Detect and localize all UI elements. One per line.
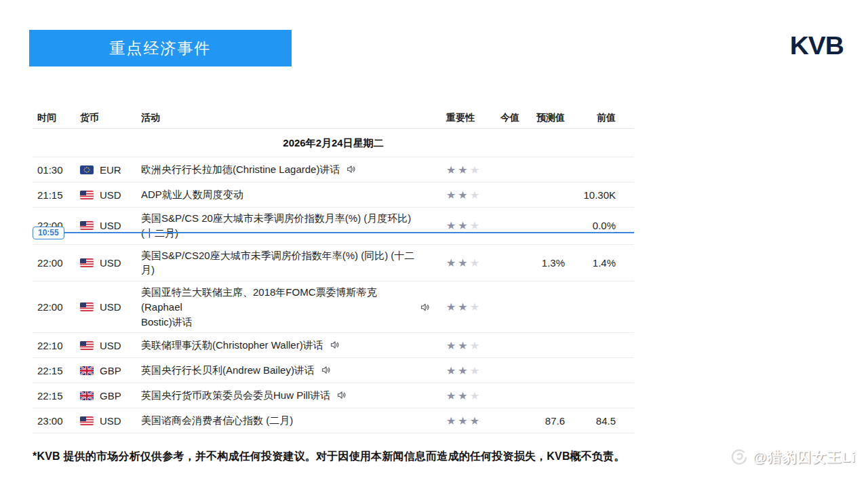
- star-icon: ★: [458, 365, 469, 376]
- star-icon: ★: [458, 301, 469, 313]
- us-flag-icon: [80, 416, 94, 425]
- importance-stars: ★★★: [439, 389, 500, 402]
- speaker-icon[interactable]: [330, 340, 340, 350]
- table-header-row: 时间 货币 活动 重要性 今值 预测值 前值: [33, 107, 634, 129]
- star-icon: ★: [446, 220, 458, 231]
- gb-flag-icon: [80, 366, 94, 375]
- currency-cell: EUR: [80, 164, 141, 176]
- currency-cell: USD: [80, 257, 141, 269]
- table-row: 22:15GBP英国央行行长贝利(Andrew Bailey)讲话★★★: [33, 358, 634, 383]
- previous-value: 84.5: [565, 415, 616, 427]
- table-row: 01:30EUR欧洲央行行长拉加德(Christine Lagarde)讲话★★…: [33, 157, 634, 182]
- watermark-logo-icon: [730, 448, 748, 467]
- currency-code: GBP: [100, 390, 121, 402]
- star-icon: ★: [458, 164, 469, 176]
- currency-cell: USD: [80, 340, 141, 351]
- watermark: @猎豹囚女王Li: [730, 448, 856, 467]
- currency-code: USD: [100, 340, 121, 351]
- currency-cell: USD: [80, 189, 141, 201]
- column-header-currency: 货币: [80, 112, 141, 124]
- event-name: ADP就业人数周度变动: [141, 187, 439, 202]
- event-time: 22:15: [33, 390, 80, 402]
- table-body: 01:30EUR欧洲央行行长拉加德(Christine Lagarde)讲话★★…: [33, 157, 634, 433]
- importance-stars: ★★★: [439, 364, 500, 377]
- previous-value: 10.30K: [565, 189, 616, 201]
- us-flag-icon: [80, 191, 94, 199]
- us-flag-icon: [80, 258, 94, 267]
- importance-stars: ★★★: [439, 189, 500, 201]
- column-header-importance: 重要性: [439, 112, 500, 124]
- currency-cell: USD: [80, 415, 141, 427]
- event-time: 22:00: [33, 257, 80, 269]
- currency-cell: GBP: [80, 365, 141, 376]
- star-icon: ★: [470, 415, 481, 427]
- us-flag-icon: [80, 221, 94, 230]
- currency-code: EUR: [100, 164, 121, 176]
- importance-stars: ★★★: [439, 163, 500, 176]
- currency-cell: USD: [80, 301, 141, 313]
- table-row: 22:00USD美国S&P/CS20座大城市未季调房价指数年率(%) (同比) …: [33, 245, 634, 282]
- event-name: 美国S&P/CS20座大城市未季调房价指数年率(%) (同比) (十二月): [141, 248, 439, 278]
- event-name: 美联储理事沃勒(Christopher Waller)讲话: [141, 338, 439, 353]
- economic-calendar-table: 时间 货币 活动 重要性 今值 预测值 前值 2026年2月24日星期二 01:…: [33, 107, 634, 433]
- star-icon: ★: [458, 415, 469, 427]
- event-name: 美国谘商会消费者信心指数 (二月): [141, 413, 439, 428]
- forecast-value: 87.6: [519, 415, 565, 427]
- star-icon: ★: [470, 301, 481, 313]
- star-icon: ★: [446, 164, 458, 176]
- column-header-forecast: 预测值: [519, 112, 565, 124]
- disclaimer-text: *KVB 提供的市场分析仅供参考，并不构成任何投资建议。对于因使用本新闻信息而造…: [33, 450, 625, 464]
- speaker-icon[interactable]: [336, 390, 347, 400]
- column-header-previous: 前值: [565, 112, 616, 124]
- star-icon: ★: [458, 257, 469, 269]
- star-icon: ★: [458, 220, 469, 231]
- star-icon: ★: [470, 257, 481, 269]
- star-icon: ★: [446, 257, 458, 269]
- star-icon: ★: [446, 301, 458, 313]
- column-header-actual: 今值: [500, 112, 519, 124]
- star-icon: ★: [470, 164, 481, 176]
- event-time: 23:00: [33, 415, 80, 427]
- event-name: 英国央行行长贝利(Andrew Bailey)讲话: [141, 363, 439, 378]
- event-time: 22:00: [33, 301, 80, 313]
- forecast-value: 1.3%: [519, 257, 565, 269]
- importance-stars: ★★★: [439, 414, 500, 427]
- star-icon: ★: [446, 340, 458, 351]
- currency-cell: USD: [80, 220, 141, 231]
- star-icon: ★: [470, 189, 481, 201]
- column-header-time: 时间: [33, 112, 80, 124]
- currency-cell: GBP: [80, 390, 141, 402]
- star-icon: ★: [458, 189, 469, 201]
- table-row: 22:00USD美国S&P/CS 20座大城市未季调房价指数月率(%) (月度环…: [33, 208, 634, 245]
- currency-code: USD: [100, 301, 121, 313]
- event-time: 01:30: [33, 164, 80, 176]
- previous-value: 0.0%: [565, 220, 616, 231]
- speaker-icon[interactable]: [346, 164, 356, 174]
- kvb-logo: KVB: [790, 32, 844, 60]
- watermark-handle: @猎豹囚女王Li: [753, 448, 856, 467]
- table-row: 22:15GBP英国央行货币政策委员会委员Huw Pill讲话★★★: [33, 383, 634, 408]
- table-row: 22:10USD美联储理事沃勒(Christopher Waller)讲话★★★: [33, 333, 634, 358]
- eu-flag-icon: [80, 165, 94, 174]
- event-time: 21:15: [33, 189, 80, 201]
- star-icon: ★: [446, 189, 458, 201]
- previous-value: 1.4%: [565, 257, 616, 269]
- page-title: 重点经济事件: [110, 38, 212, 59]
- currency-code: USD: [100, 220, 121, 231]
- event-name: 英国央行货币政策委员会委员Huw Pill讲话: [141, 388, 439, 403]
- star-icon: ★: [446, 365, 458, 376]
- star-icon: ★: [470, 365, 481, 376]
- speaker-icon[interactable]: [420, 302, 430, 312]
- event-name: 欧洲央行行长拉加德(Christine Lagarde)讲话: [141, 162, 439, 177]
- star-icon: ★: [470, 340, 481, 351]
- currency-code: USD: [100, 257, 121, 269]
- currency-code: USD: [100, 189, 121, 201]
- table-row: 21:15USDADP就业人数周度变动★★★10.30K: [33, 182, 634, 208]
- importance-stars: ★★★: [439, 256, 500, 269]
- gb-flag-icon: [80, 391, 94, 400]
- table-row: 22:00USD美国亚特兰大联储主席、2018年FOMC票委博斯蒂克(Rapha…: [33, 281, 634, 333]
- star-icon: ★: [446, 415, 458, 427]
- column-header-event: 活动: [141, 112, 439, 124]
- star-icon: ★: [470, 390, 481, 402]
- speaker-icon[interactable]: [321, 365, 331, 375]
